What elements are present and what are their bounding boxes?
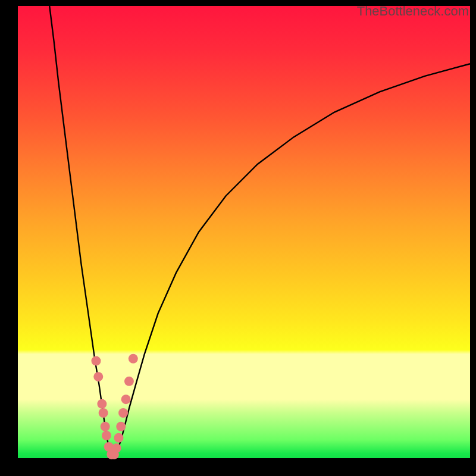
marker-point: [112, 443, 121, 453]
curve-layer: [18, 6, 470, 458]
marker-point: [101, 422, 110, 431]
marker-point: [124, 377, 134, 386]
highlighted-markers: [91, 354, 137, 459]
watermark-text: TheBottleneck.com: [357, 4, 469, 19]
marker-point: [97, 399, 107, 409]
marker-point: [118, 408, 128, 418]
marker-point: [121, 394, 131, 404]
marker-point: [99, 408, 108, 418]
marker-point: [116, 422, 126, 431]
marker-point: [102, 431, 111, 440]
curve-right-branch: [114, 64, 470, 457]
marker-point: [91, 356, 101, 366]
marker-point: [129, 354, 138, 364]
plot-area: [18, 6, 470, 458]
marker-point: [93, 372, 103, 381]
chart-frame: TheBottleneck.com: [0, 0, 476, 476]
marker-point: [114, 433, 123, 443]
curve-left-branch: [49, 6, 112, 457]
